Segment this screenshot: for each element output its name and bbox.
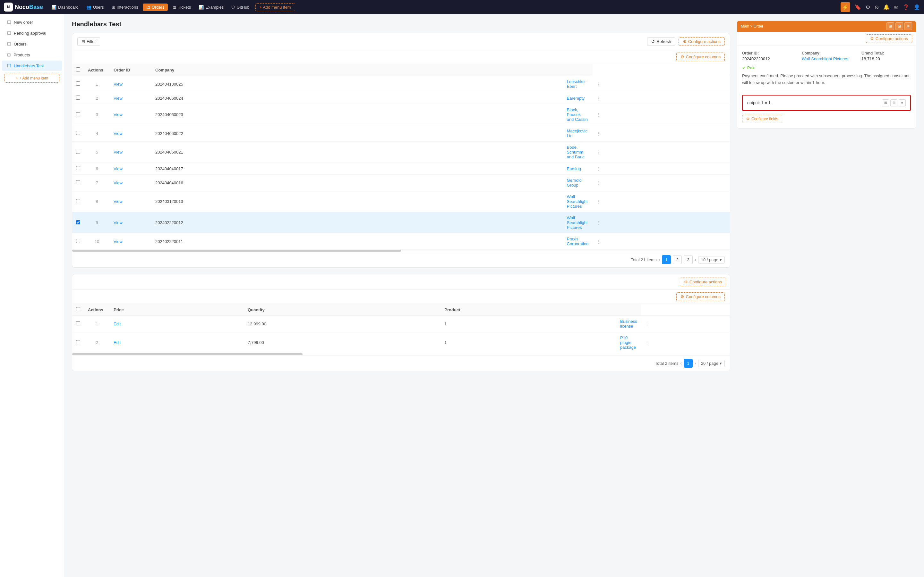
detail-add-row-icon[interactable]: ⊟ xyxy=(895,23,903,30)
table-row: 4 View 202404060022 Macejkovic Ltd ⋮ xyxy=(72,125,730,142)
products-horizontal-scrollbar[interactable] xyxy=(72,353,730,355)
row-checkbox[interactable] xyxy=(76,220,80,224)
lightning-icon-btn[interactable]: ⚡ xyxy=(841,2,850,12)
detail-list-icon[interactable]: ≡ xyxy=(905,23,912,30)
plus-icon: + xyxy=(16,76,18,81)
next-page-button[interactable]: › xyxy=(695,257,696,262)
row-action[interactable]: View xyxy=(110,125,152,142)
user-icon-btn[interactable]: 👤 xyxy=(914,4,920,10)
row-company[interactable]: Macejkovic Ltd xyxy=(563,125,593,142)
hb-add-col-icon[interactable]: ⊞ xyxy=(882,99,889,106)
question-icon-btn[interactable]: ❓ xyxy=(903,4,909,10)
refresh-button[interactable]: ↺ Refresh xyxy=(647,37,675,46)
hb-add-row-icon[interactable]: ⊟ xyxy=(890,99,897,106)
row-drag: ⋮ xyxy=(593,104,730,125)
nav-github[interactable]: ⬡ GitHub xyxy=(228,3,252,11)
row-checkbox[interactable] xyxy=(76,81,80,85)
col-header-order-id: Order ID xyxy=(110,64,152,76)
row-company[interactable]: Praxis Corporation xyxy=(563,234,593,250)
detail-breadcrumb: Main > Order ⊞ ⊟ ≡ xyxy=(737,21,916,32)
sidebar-item-orders[interactable]: ☐ Orders xyxy=(2,39,62,49)
row-drag: ⋮ xyxy=(593,163,730,175)
row-action[interactable]: View xyxy=(110,142,152,163)
app-logo[interactable]: N NocoBase xyxy=(4,3,43,11)
row-action[interactable]: View xyxy=(110,191,152,212)
sidebar-add-menu-button[interactable]: + + Add menu item xyxy=(5,74,59,83)
nav-tickets[interactable]: 🎟 Tickets xyxy=(169,3,194,11)
nav-examples[interactable]: 📊 Examples xyxy=(195,3,227,11)
sidebar-item-pending-approval[interactable]: ☐ Pending approval xyxy=(2,28,62,38)
row-company[interactable]: Wolf Searchlight Pictures xyxy=(563,191,593,212)
page-2-button[interactable]: 2 xyxy=(673,255,682,264)
row-action[interactable]: View xyxy=(110,175,152,191)
mail-icon-btn[interactable]: ✉ xyxy=(894,4,898,10)
sidebar-item-handlebars-test[interactable]: ☐ Handlebars Test xyxy=(2,61,62,71)
row-action[interactable]: View xyxy=(110,163,152,175)
product-row-checkbox[interactable] xyxy=(76,340,80,344)
configure-columns-button[interactable]: ⚙ Configure columns xyxy=(676,53,725,61)
logo-noco: NocoBase xyxy=(15,4,43,11)
nav-interactions[interactable]: ⊞ Interactions xyxy=(108,3,142,11)
prev-page-button[interactable]: ‹ xyxy=(658,257,660,262)
sidebar-item-new-order[interactable]: ☐ New order xyxy=(2,17,62,27)
nav-users[interactable]: 👥 Users xyxy=(83,3,107,11)
row-company[interactable]: Earempty xyxy=(563,92,593,104)
products-page-1[interactable]: 1 xyxy=(684,359,693,367)
row-checkbox[interactable] xyxy=(76,131,80,135)
row-drag: ⋮ xyxy=(593,92,730,104)
settings-icon-btn[interactable]: ⚙ xyxy=(866,4,870,10)
row-checkbox[interactable] xyxy=(76,166,80,170)
row-checkbox[interactable] xyxy=(76,180,80,184)
products-configure-actions-button[interactable]: ⚙ Configure actions xyxy=(680,277,726,286)
page-3-button[interactable]: 3 xyxy=(684,255,693,264)
row-checkbox[interactable] xyxy=(76,150,80,154)
row-action[interactable]: View xyxy=(110,104,152,125)
row-action[interactable]: View xyxy=(110,212,152,234)
row-checkbox[interactable] xyxy=(76,239,80,243)
per-page-select[interactable]: 10 / page ▾ xyxy=(698,256,725,263)
row-company[interactable]: Leuschke-Ebert xyxy=(563,76,593,92)
page-1-button[interactable]: 1 xyxy=(662,255,671,264)
row-checkbox[interactable] xyxy=(76,199,80,203)
row-company[interactable]: Wolf Searchlight Pictures xyxy=(563,212,593,234)
bell-icon-btn[interactable]: 🔔 xyxy=(883,4,890,10)
nav-orders[interactable]: 🗂 Orders xyxy=(143,3,168,11)
select-all-checkbox[interactable] xyxy=(76,67,80,71)
products-configure-columns-button[interactable]: ⚙ Configure columns xyxy=(676,292,725,301)
nav-dashboard[interactable]: 📊 Dashboard xyxy=(48,3,82,11)
sidebar-item-products[interactable]: ⊞ Products xyxy=(2,50,62,60)
configure-fields-button[interactable]: ⚙ Configure fields xyxy=(742,115,782,123)
row-action[interactable]: View xyxy=(110,76,152,92)
row-company[interactable]: Gerhold Group xyxy=(563,175,593,191)
product-row-product[interactable]: Business license xyxy=(616,316,641,332)
grand-total-field: Grand Total: 18,718.20 xyxy=(861,51,911,61)
product-row-product[interactable]: P10 plugin package xyxy=(616,332,641,353)
row-company[interactable]: Earslug xyxy=(563,163,593,175)
products-table-card: ⚙ Configure actions ⚙ Configure columns … xyxy=(72,274,730,371)
bookmark-icon-btn[interactable]: 🔖 xyxy=(855,4,861,10)
products-prev-page[interactable]: ‹ xyxy=(680,361,682,366)
detail-add-col-icon[interactable]: ⊞ xyxy=(887,23,894,30)
filter-button[interactable]: ⊟ Filter xyxy=(78,37,100,46)
products-per-page-select[interactable]: 20 / page ▾ xyxy=(698,359,725,367)
products-select-all-checkbox[interactable] xyxy=(76,307,80,311)
row-checkbox[interactable] xyxy=(76,95,80,100)
products-next-page[interactable]: › xyxy=(695,361,696,366)
row-checkbox[interactable] xyxy=(76,112,80,116)
product-row-action[interactable]: Edit xyxy=(110,316,244,332)
detail-configure-actions-button[interactable]: ⚙ Configure actions xyxy=(866,34,912,43)
product-row-price: 7,799.00 xyxy=(244,332,441,353)
product-row-checkbox[interactable] xyxy=(76,321,80,326)
product-row-action[interactable]: Edit xyxy=(110,332,244,353)
table-horizontal-scrollbar[interactable] xyxy=(72,250,730,251)
table-row: 2 Edit 7,799.00 1 P10 plugin package ⋮ xyxy=(72,332,730,353)
order-id-field: Order ID: 202402220012 xyxy=(742,51,792,61)
row-company[interactable]: Block, Paucek and Cassin xyxy=(563,104,593,125)
hb-list-icon[interactable]: ≡ xyxy=(899,99,906,106)
configure-actions-button[interactable]: ⚙ Configure actions xyxy=(678,37,725,46)
row-action[interactable]: View xyxy=(110,92,152,104)
row-company[interactable]: Bode, Schumm and Bauc xyxy=(563,142,593,163)
nav-add-menu-button[interactable]: + Add menu item xyxy=(255,3,295,11)
row-action[interactable]: View xyxy=(110,234,152,250)
help-circle-icon-btn[interactable]: ⊙ xyxy=(875,4,879,10)
